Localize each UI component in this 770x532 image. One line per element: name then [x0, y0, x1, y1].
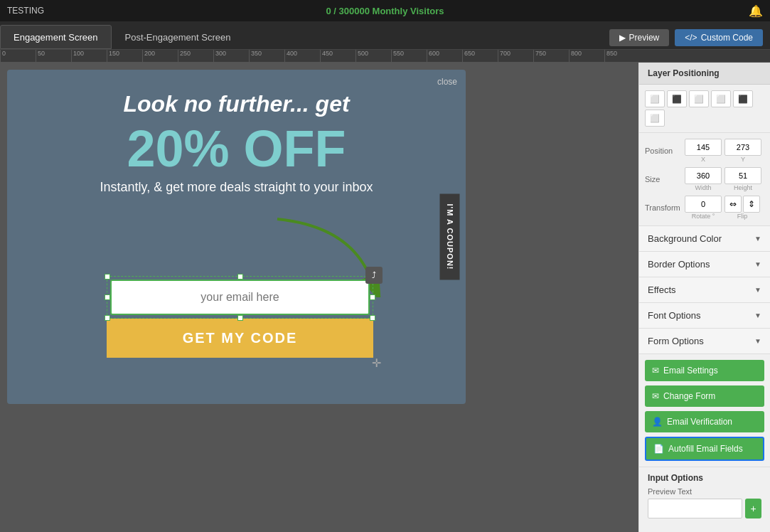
flip-v-button[interactable]: ⇕: [743, 196, 760, 213]
preview-button[interactable]: ▶ Preview: [609, 29, 670, 46]
popup-discount: 20% OFF: [36, 123, 437, 174]
ruler-mark-750: 750: [533, 50, 546, 62]
x-position-input[interactable]: [685, 139, 722, 156]
align-center-v-button[interactable]: ⬛: [733, 90, 753, 107]
bell-icon[interactable]: 🔔: [749, 4, 763, 18]
position-fields: Position X Y Size Wi: [639, 133, 770, 226]
ruler-mark-50: 50: [36, 50, 45, 62]
popup-background: close Look no further... get 20% OFF Ins…: [7, 70, 466, 404]
align-buttons-row: ⬜ ⬛ ⬜ ⬜ ⬛ ⬜: [639, 85, 770, 133]
email-verification-button[interactable]: 👤 Email Verification: [645, 411, 764, 432]
rotate-input[interactable]: [685, 196, 722, 213]
share-icon[interactable]: ⤴: [365, 267, 383, 284]
flip-sublabel: Flip: [737, 213, 748, 220]
border-options-label: Border Options: [648, 259, 710, 270]
ruler: 0 50 100 150 200 250 300 350 400 450 500…: [0, 50, 770, 63]
form-options-arrow: ▼: [754, 337, 761, 345]
change-form-label: Change Form: [663, 391, 715, 401]
change-form-icon: ✉: [652, 391, 659, 401]
accordion-font-options: Font Options ▼: [639, 303, 770, 329]
x-sublabel: X: [701, 156, 705, 163]
autofill-button[interactable]: 📄 Autofill Email Fields: [645, 437, 764, 461]
tab-post-engagement[interactable]: Post-Engagement Screen: [112, 25, 245, 49]
y-position-input[interactable]: [724, 139, 761, 156]
handle-top-center[interactable]: [237, 274, 243, 280]
popup-subtitle: Instantly, & get more deals straight to …: [36, 180, 437, 195]
transform-label: Transform: [645, 203, 680, 212]
border-options-header[interactable]: Border Options ▼: [639, 252, 770, 277]
ruler-mark-500: 500: [355, 50, 368, 62]
height-input[interactable]: [724, 167, 761, 184]
ruler-mark-850: 850: [604, 50, 617, 62]
right-panel: Layer Positioning ⬜ ⬛ ⬜ ⬜ ⬛ ⬜ Position X: [638, 63, 770, 532]
effects-arrow: ▼: [754, 286, 761, 294]
ruler-mark-600: 600: [427, 50, 439, 62]
preview-text-submit-button[interactable]: +: [745, 499, 761, 518]
width-input[interactable]: [685, 167, 722, 184]
input-options-title: Input Options: [648, 473, 761, 483]
align-center-h-button[interactable]: ⬛: [667, 90, 687, 107]
height-sublabel: Height: [734, 184, 752, 191]
preview-text-input[interactable]: [648, 499, 742, 518]
handle-bottom-left[interactable]: [105, 315, 110, 321]
accordion-background-color: Background Color ▼: [639, 226, 770, 252]
handle-middle-right[interactable]: [370, 294, 375, 300]
effects-header[interactable]: Effects ▼: [639, 277, 770, 302]
preview-text-row: +: [648, 499, 761, 518]
y-sublabel: Y: [741, 156, 745, 163]
font-options-header[interactable]: Font Options ▼: [639, 303, 770, 328]
accordion-border-options: Border Options ▼: [639, 252, 770, 277]
align-right-button[interactable]: ⬜: [689, 90, 709, 107]
form-options-label: Form Options: [648, 336, 704, 346]
change-form-button[interactable]: ✉ Change Form: [645, 385, 764, 407]
flip-buttons: ⇔ ⇕: [724, 196, 760, 213]
border-options-arrow: ▼: [754, 260, 761, 268]
align-top-button[interactable]: ⬜: [711, 90, 731, 107]
ruler-mark-250: 250: [178, 50, 191, 62]
align-left-button[interactable]: ⬜: [645, 90, 665, 107]
coupon-tab[interactable]: I'M A COUPON!: [439, 193, 459, 280]
tab-engagement[interactable]: Engagement Screen: [0, 25, 112, 49]
flip-h-button[interactable]: ⇔: [724, 196, 742, 213]
transform-row: Transform Rotate ° ⇔ ⇕ Flip: [645, 196, 764, 220]
flip-group: ⇔ ⇕ Flip: [724, 196, 760, 220]
ruler-mark-350: 350: [249, 50, 262, 62]
handle-bottom-center[interactable]: [237, 315, 243, 321]
custom-code-button[interactable]: </> Custom Code: [675, 29, 763, 46]
popup-content: Look no further... get 20% OFF Instantly…: [7, 70, 466, 230]
move-icon[interactable]: ✛: [372, 356, 386, 371]
align-bottom-button[interactable]: ⬜: [645, 110, 665, 127]
position-inputs: X Y: [685, 139, 761, 163]
width-sublabel: Width: [695, 184, 711, 191]
rotate-field-group: Rotate °: [685, 196, 722, 220]
email-input[interactable]: [110, 280, 370, 315]
ruler-mark-450: 450: [320, 50, 333, 62]
form-selection-box: ⤴: [107, 276, 373, 319]
email-settings-icon: ✉: [652, 366, 659, 376]
ruler-mark-0: 0: [0, 50, 6, 62]
handle-top-left[interactable]: [105, 274, 110, 280]
ruler-mark-400: 400: [284, 50, 297, 62]
action-buttons: ✉ Email Settings ✉ Change Form 👤 Email V…: [639, 354, 770, 467]
accordion-effects: Effects ▼: [639, 277, 770, 303]
font-options-arrow: ▼: [754, 312, 761, 319]
handle-bottom-right[interactable]: [370, 315, 375, 321]
ruler-mark-150: 150: [107, 50, 119, 62]
email-settings-button[interactable]: ✉ Email Settings: [645, 360, 764, 381]
y-field-group: Y: [724, 139, 761, 163]
preview-text-label: Preview Text: [648, 487, 761, 496]
preview-icon: ▶: [619, 33, 626, 43]
get-code-button[interactable]: GET MY CODE: [107, 319, 373, 358]
handle-middle-left[interactable]: [105, 294, 110, 300]
email-verification-icon: 👤: [652, 417, 663, 427]
form-options-header[interactable]: Form Options ▼: [639, 329, 770, 353]
email-settings-label: Email Settings: [663, 366, 718, 376]
background-color-header[interactable]: Background Color ▼: [639, 226, 770, 251]
size-row: Size Width Height: [645, 167, 764, 191]
x-field-group: X: [685, 139, 722, 163]
close-button[interactable]: close: [437, 77, 457, 87]
layer-positioning-title: Layer Positioning: [639, 63, 770, 85]
ruler-inner: 0 50 100 150 200 250 300 350 400 450 500…: [0, 50, 770, 62]
visitors-label: 0 / 300000 Monthly Visitors: [326, 6, 444, 16]
tab-bar: Engagement Screen Post-Engagement Screen…: [0, 21, 770, 50]
